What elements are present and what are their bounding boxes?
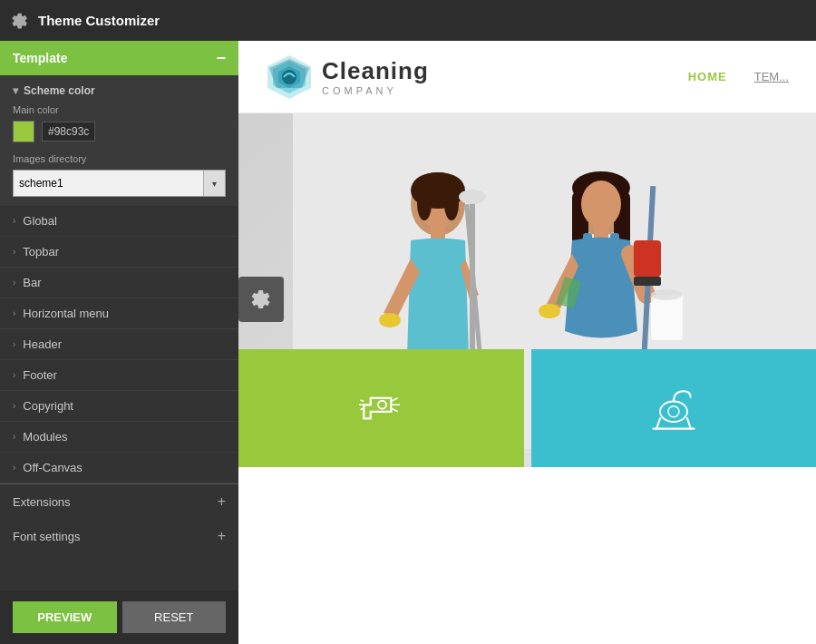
plus-icon: + (218, 528, 226, 544)
logo-area: Cleaning COMPANY (266, 54, 429, 101)
chevron-icon: › (13, 463, 15, 473)
scheme-color-title[interactable]: Scheme color (13, 84, 226, 97)
chevron-icon: › (13, 308, 15, 318)
logo-icon (266, 54, 313, 101)
sidebar-item-label: Topbar (23, 245, 59, 259)
settings-fab-icon (250, 288, 272, 310)
svg-point-39 (668, 406, 679, 417)
images-dir-select[interactable]: scheme1 scheme2 scheme3 (14, 173, 203, 193)
sidebar-item-label: Footer (23, 368, 57, 382)
chevron-icon: › (13, 370, 15, 380)
sidebar-bottom: Extensions + Font settings + (0, 483, 238, 553)
font-settings-section[interactable]: Font settings + (0, 519, 238, 553)
sidebar-item-off-canvas[interactable]: › Off-Canvas (0, 453, 238, 483)
sidebar-item-topbar[interactable]: › Topbar (0, 237, 238, 268)
logo-text: Cleaning COMPANY (322, 57, 429, 96)
sidebar-item-label: Modules (23, 430, 67, 444)
sidebar-item-bar[interactable]: › Bar (0, 268, 238, 298)
chevron-icon: › (13, 278, 15, 288)
svg-point-28 (459, 190, 486, 204)
collapse-icon: − (216, 50, 226, 66)
template-section-header[interactable]: Template − (0, 41, 238, 75)
svg-point-14 (444, 188, 459, 220)
sidebar-item-label: Horizontal menu (23, 307, 109, 320)
nav-template[interactable]: TEM... (754, 70, 789, 83)
scheme-color-section: Scheme color Main color #98c93c Images d… (0, 75, 238, 206)
logo-tagline: COMPANY (322, 85, 429, 96)
settings-fab[interactable] (238, 277, 284, 322)
sidebar-item-horizontal-menu[interactable]: › Horizontal menu (0, 298, 238, 329)
svg-rect-21 (583, 233, 592, 260)
hero-area: DREAM T Nam mattis luctus mauris. N (238, 113, 816, 467)
topbar-title: Theme Customizer (38, 13, 160, 28)
template-label: Template (13, 51, 67, 65)
preview-area: Cleaning COMPANY HOME TEM... (238, 41, 816, 644)
chevron-icon: › (13, 247, 15, 257)
chevron-icon: › (13, 401, 15, 411)
nav-items-list: › Global › Topbar › Bar › Horizontal men… (0, 206, 238, 483)
select-arrow-icon: ▾ (203, 171, 225, 196)
vacuum-icon (646, 381, 701, 435)
chevron-icon: › (13, 432, 15, 442)
feature-boxes (238, 349, 816, 467)
images-dir-label: Images directory (13, 153, 226, 164)
reset-button[interactable]: RESET (122, 601, 227, 633)
nav-home[interactable]: HOME (688, 70, 727, 83)
topbar: Theme Customizer (0, 0, 816, 41)
color-swatch[interactable] (13, 121, 34, 142)
feature-box-1 (238, 349, 524, 467)
chevron-icon: › (13, 216, 15, 226)
svg-line-32 (361, 400, 364, 402)
svg-rect-9 (431, 222, 445, 240)
sidebar: Template − Scheme color Main color #98c9… (0, 41, 238, 644)
main-layout: Template − Scheme color Main color #98c9… (0, 41, 816, 644)
preview-header: Cleaning COMPANY HOME TEM... (238, 41, 816, 113)
svg-point-10 (379, 313, 401, 327)
extensions-section[interactable]: Extensions + (0, 484, 238, 519)
svg-line-41 (687, 418, 691, 428)
sidebar-item-footer[interactable]: › Footer (0, 360, 238, 391)
svg-line-40 (656, 418, 660, 428)
sidebar-item-copyright[interactable]: › Copyright (0, 391, 238, 422)
images-dir-select-wrapper: scheme1 scheme2 scheme3 ▾ (13, 170, 226, 197)
extensions-label: Extensions (13, 495, 71, 509)
gear-icon (11, 12, 29, 30)
main-color-label: Main color (13, 104, 226, 115)
plus-icon: + (218, 493, 226, 510)
hair-dryer-icon (354, 381, 408, 435)
sidebar-item-label: Header (23, 337, 62, 351)
sidebar-item-modules[interactable]: › Modules (0, 422, 238, 453)
svg-rect-22 (610, 233, 619, 260)
sidebar-item-header[interactable]: › Header (0, 329, 238, 360)
svg-rect-29 (651, 295, 683, 340)
sidebar-item-label: Bar (23, 276, 41, 289)
logo-brand: Cleaning (322, 57, 429, 85)
sidebar-item-label: Copyright (23, 399, 73, 413)
bottom-buttons: PREVIEW RESET (0, 590, 238, 644)
font-settings-label: Font settings (13, 530, 80, 543)
feature-box-2 (531, 349, 817, 467)
svg-point-23 (539, 304, 560, 318)
color-value[interactable]: #98c93c (42, 122, 95, 141)
svg-rect-25 (634, 240, 661, 277)
svg-rect-26 (634, 277, 661, 286)
preview-button[interactable]: PREVIEW (13, 601, 117, 633)
sidebar-item-global[interactable]: › Global (0, 206, 238, 237)
sidebar-item-label: Off-Canvas (23, 461, 83, 474)
chevron-icon: › (13, 339, 15, 349)
nav-links: HOME TEM... (688, 70, 789, 83)
sidebar-item-label: Global (23, 214, 57, 228)
svg-point-30 (651, 289, 682, 300)
svg-point-38 (660, 402, 687, 423)
svg-point-31 (378, 401, 386, 409)
svg-point-19 (581, 181, 621, 228)
color-picker-row: #98c93c (13, 121, 226, 142)
svg-point-13 (417, 188, 432, 220)
